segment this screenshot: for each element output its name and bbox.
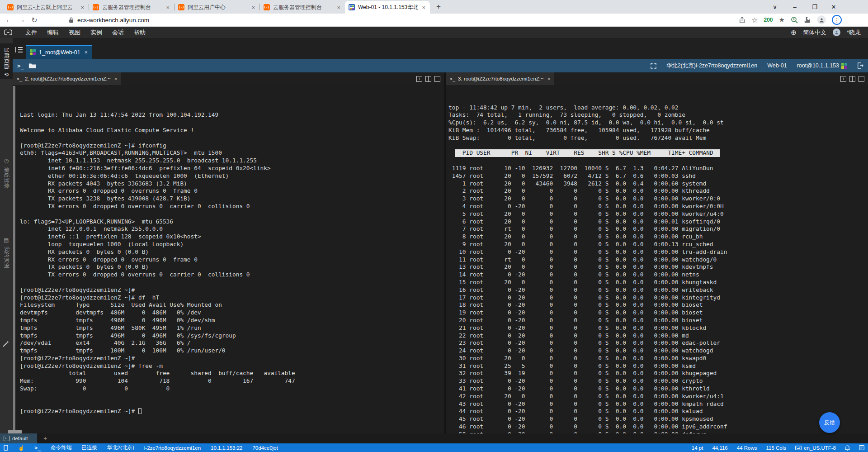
menu-help[interactable]: 帮助 [129, 29, 151, 37]
clipboard-icon[interactable] [4, 445, 8, 451]
bookmark-star-icon[interactable]: ☆ [751, 16, 758, 24]
split-horizontal-icon[interactable] [434, 76, 440, 82]
status-connection[interactable]: 已连接 [81, 444, 97, 451]
browser-menu-kebab-icon[interactable]: ⋮ [832, 15, 842, 25]
menu-edit[interactable]: 编辑 [42, 29, 64, 37]
session-list-icon[interactable] [15, 47, 23, 52]
terminal-tab-2[interactable]: >_ 2. root@iZ2ze7rto8oqydzzemi1enZ:~ × [13, 72, 121, 85]
status-cursor-position[interactable]: 44,116 [712, 445, 727, 451]
magic-wand-icon[interactable] [2, 340, 9, 347]
split-vertical-icon[interactable] [425, 76, 431, 82]
language-switcher[interactable]: 简体中文 [803, 29, 826, 37]
terminal-icon: >_ [34, 445, 41, 451]
touch-pointer-icon[interactable]: ☝ [18, 445, 24, 451]
person-icon [834, 30, 839, 35]
menu-file[interactable]: 文件 [20, 29, 42, 37]
tab-close-icon[interactable]: × [547, 76, 551, 81]
scrollbar[interactable] [13, 86, 15, 431]
window-close-button[interactable]: ✕ [826, 1, 841, 13]
terminal-left[interactable]: Last login: Thu Jan 13 11:47:54 2022 fro… [13, 85, 444, 433]
tab-close-icon[interactable]: × [336, 4, 341, 11]
sidebar-item-recent-logins[interactable]: ◷ 最近登录 [0, 157, 13, 195]
username-label[interactable]: *晓龙 [847, 29, 861, 37]
sidebar-item-current-page[interactable]: 当前页面 ⟲ [0, 43, 13, 79]
new-pane-icon[interactable] [416, 76, 422, 82]
status-rows[interactable]: 44 Rows [737, 445, 757, 451]
fullscreen-icon[interactable] [651, 63, 656, 69]
file-manager-folder-icon[interactable] [28, 63, 36, 69]
workbench-session-icon [841, 63, 847, 69]
workbench-sidebar: 当前页面 ⟲ ◷ 最近登录 ▤ 我的实例 [0, 38, 13, 433]
sidebar-item-my-instances[interactable]: ▤ 我的实例 [0, 236, 13, 274]
address-bar[interactable]: ecs-workbench.aliyun.com [69, 17, 739, 24]
window-chevron-icon[interactable]: ∨ [768, 1, 782, 13]
status-cols[interactable]: 115 Cols [766, 445, 787, 451]
window-minimize-button[interactable]: – [788, 1, 802, 13]
browser-tab-title: 云服务器管理控制台 [273, 4, 333, 11]
tab-close-icon[interactable]: × [114, 76, 118, 81]
forward-icon[interactable]: → [15, 16, 28, 24]
browser-tab-aliyun-home[interactable]: (-) 阿里云-上云就上阿里云 × [4, 1, 89, 14]
terminal-prompt-line: [root@iZ2ze7rto8oqydzzemi1enZ ~]# [20, 408, 444, 415]
browser-tab-ecs-console-2[interactable]: (-) 云服务器管理控制台 × [260, 1, 345, 14]
instance-hostname: Web-01 [767, 62, 787, 69]
new-terminal-icon[interactable]: >_ [17, 62, 24, 69]
reload-icon[interactable]: ↻ [28, 16, 41, 24]
menu-view[interactable]: 视图 [64, 29, 85, 37]
url-text[interactable]: ecs-workbench.aliyun.com [77, 17, 149, 24]
status-instance-id[interactable]: i-2ze7rto8oqydzzemi1en [144, 445, 201, 451]
tab-close-icon[interactable]: × [80, 4, 85, 11]
menu-session[interactable]: 会话 [107, 29, 129, 37]
status-font-size[interactable]: 14 pt [692, 445, 703, 451]
browser-tab-strip: (-) 阿里云-上云就上阿里云 × (-) 云服务器管理控制台 × (-) 阿里… [0, 0, 868, 14]
browser-profile-avatar[interactable] [817, 15, 826, 24]
back-icon[interactable]: ← [3, 16, 15, 24]
status-terminal-type[interactable]: 命令终端 [51, 444, 71, 451]
share-icon[interactable] [739, 17, 745, 24]
split-vertical-icon[interactable] [849, 76, 855, 82]
extension-badge-count[interactable]: 200 [764, 17, 773, 23]
terminal-tab-3[interactable]: >_ 3. root@iZ2ze7rto8oqydzzemi1enZ:~ × [446, 72, 554, 85]
workspace-tab-active[interactable]: 1_root@Web-01 × [26, 45, 92, 59]
menu-instance[interactable]: 实例 [85, 29, 107, 37]
browser-tab-title: 云服务器管理控制台 [102, 4, 162, 11]
terminal-tab-label: 3. root@iZ2ze7rto8oqydzzemi1enZ:~ [458, 76, 544, 81]
logout-icon[interactable] [857, 62, 863, 69]
add-terminal-button[interactable]: + [43, 435, 47, 442]
status-region[interactable]: 华北2(北京) [107, 444, 134, 451]
window-restore-button[interactable]: ❐ [807, 1, 822, 13]
tab-close-icon[interactable]: × [421, 4, 426, 11]
feedback-panel-icon[interactable] [859, 445, 864, 450]
terminal-icon: >_ [4, 436, 9, 441]
add-instance-icon[interactable]: ⊕ [791, 29, 797, 37]
clock-icon: ◷ [4, 157, 9, 164]
new-pane-icon[interactable] [840, 76, 846, 82]
tab-close-icon[interactable]: × [165, 4, 170, 11]
status-ip-port[interactable]: 10.1.1.153:22 [211, 445, 242, 451]
browser-toolbar: ← → ↻ ecs-workbench.aliyun.com ☆ 200 ★ ⋮ [0, 14, 868, 27]
feedback-button[interactable]: 反馈 [819, 412, 840, 433]
terminal-pane-header-right: >_ 3. root@iZ2ze7rto8oqydzzemi1enZ:~ × [446, 72, 868, 85]
browser-tab-workbench-active[interactable]: Web-01 - 10.1.1.153华北2(北京 × [345, 1, 430, 14]
status-encoding[interactable]: en_US.UTF-8 [795, 445, 836, 451]
tab-close-icon[interactable]: × [250, 4, 256, 11]
status-bar: ☝ >_ 命令终端 已连接 华北2(北京) i-2ze7rto8oqydzzem… [0, 443, 868, 452]
lock-icon [69, 17, 74, 23]
split-horizontal-icon[interactable] [859, 76, 864, 82]
bell-icon[interactable] [845, 445, 850, 451]
status-session-id[interactable]: 70d4ce0jot [252, 445, 278, 451]
user-avatar[interactable] [833, 29, 840, 36]
browser-tab-title: 阿里云用户中心 [188, 4, 247, 11]
terminal-tab-label: 2. root@iZ2ze7rto8oqydzzemi1enZ:~ [25, 76, 111, 81]
profile-search-extension-icon[interactable] [791, 16, 798, 24]
extensions-puzzle-icon[interactable] [804, 16, 811, 24]
bottom-tab-default[interactable]: >_ default [0, 433, 37, 443]
history-icon: ⟲ [4, 71, 9, 78]
tab-close-icon[interactable]: × [85, 49, 88, 56]
terminal-icon: >_ [450, 76, 455, 81]
terminal-right[interactable]: top - 11:48:42 up 7 min, 2 users, load a… [446, 85, 868, 433]
new-tab-button[interactable]: + [433, 1, 444, 13]
browser-tab-user-center[interactable]: (-) 阿里云用户中心 × [175, 1, 259, 14]
browser-tab-ecs-console-1[interactable]: (-) 云服务器管理控制台 × [89, 1, 174, 14]
star-extension-icon[interactable]: ★ [779, 16, 785, 24]
